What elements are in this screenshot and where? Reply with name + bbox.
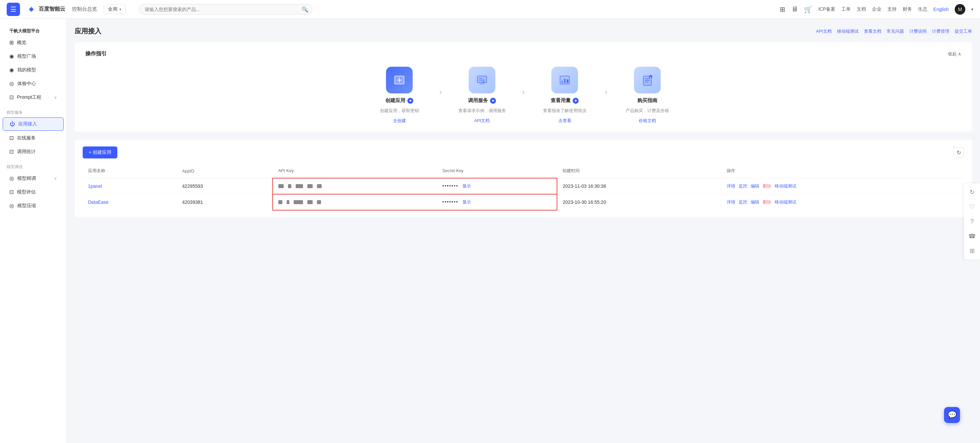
- edit-link-2[interactable]: 编辑: [751, 199, 759, 205]
- view-docs-link[interactable]: 查看文档: [864, 29, 881, 34]
- play-icon-3: [573, 98, 579, 104]
- finance-link[interactable]: 财务: [903, 6, 912, 12]
- app-access-label: 应用接入: [18, 121, 37, 127]
- icp-link[interactable]: ICP备案: [818, 6, 835, 12]
- step-purchase-desc: 产品购买，计费及价格: [626, 108, 669, 114]
- help-icon[interactable]: ?: [966, 215, 978, 228]
- chat-fab-icon: 💬: [948, 411, 957, 419]
- fine-tuning-arrow-icon: ∨: [54, 176, 57, 181]
- refresh-button[interactable]: ↻: [953, 147, 964, 158]
- sidebar-item-model-eval[interactable]: ⊡ 模型评估: [3, 185, 64, 199]
- price-docs-link[interactable]: 价格文档: [639, 118, 656, 124]
- faq-link[interactable]: 常见问题: [887, 29, 904, 34]
- ecology-link[interactable]: 生态: [918, 6, 928, 12]
- experience-icon: ◎: [10, 80, 14, 87]
- sidebar-item-app-access[interactable]: ⏻ 应用接入: [3, 118, 64, 131]
- refresh-icon: ↻: [957, 150, 961, 156]
- refresh-sidebar-icon[interactable]: ↻: [966, 186, 978, 198]
- table-toolbar: + 创建应用 ↻: [83, 147, 964, 158]
- step-call-service-desc: 查看请求示例，调用服务: [458, 108, 506, 114]
- guide-step-purchase: $ 购买指南 产品购买，计费及价格 价格文档: [611, 67, 684, 124]
- guide-title: 操作指引: [85, 50, 107, 57]
- go-create-link[interactable]: 去创建: [393, 118, 406, 124]
- call-service-icon: [469, 67, 495, 93]
- detail-link-1[interactable]: 详情: [727, 183, 735, 189]
- sidebar: 千帆大模型平台 ⊞ 概览 ◉ 模型广场 ◉ 我的模型 ◎ 体验中心 ⊡ Prom…: [0, 19, 67, 443]
- monitor-link-1[interactable]: 监控: [739, 183, 747, 189]
- play-icon-2: [490, 98, 496, 104]
- sidebar-item-fine-tuning[interactable]: ◎ 模型精调 ∨: [3, 172, 64, 185]
- scope-selector[interactable]: 全局 ▾: [103, 5, 126, 14]
- sidebar-item-experience[interactable]: ◎ 体验中心: [3, 77, 64, 90]
- sidebar-item-online-service[interactable]: ⊡ 在线服务: [3, 131, 64, 145]
- fine-tuning-label: 模型精调: [18, 175, 36, 182]
- appid-cell-1: 42295593: [177, 178, 273, 194]
- ticket-link[interactable]: 工单: [842, 6, 851, 12]
- svg-rect-12: [567, 80, 568, 83]
- language-switch[interactable]: English: [933, 7, 949, 12]
- mobile-test-link[interactable]: 移动端测试: [837, 29, 859, 34]
- docs-link[interactable]: 文档: [857, 6, 866, 12]
- sidebar-item-model-square[interactable]: ◉ 模型广场: [3, 50, 64, 63]
- key-block: [287, 200, 290, 204]
- svg-point-1: [30, 8, 33, 11]
- api-key-cell-1: [273, 178, 437, 194]
- favorite-icon[interactable]: ♡: [966, 201, 978, 213]
- table-section: + 创建应用 ↻ 应用名称 AppID API Key Secret: [75, 140, 972, 217]
- guide-header: 操作指引 收起 ∧: [85, 50, 961, 57]
- mobile-test-link-2[interactable]: 移动端测试: [775, 199, 796, 205]
- sidebar-item-my-model[interactable]: ◉ 我的模型: [3, 64, 64, 76]
- search-input[interactable]: [139, 4, 312, 15]
- billing-info-link[interactable]: 计费说明: [909, 29, 927, 34]
- apps-table: 应用名称 AppID API Key Secret Key 创建时间 操作: [83, 164, 964, 210]
- secret-key-cell-2: ••••••• 显示: [437, 194, 557, 210]
- mobile-test-link-1[interactable]: 移动端测试: [775, 183, 796, 189]
- guide-step-create-app: 创建应用 创建应用，获取密钥 去创建: [363, 67, 436, 124]
- col-secret-key: Secret Key: [437, 164, 557, 178]
- delete-link-1[interactable]: 删除: [763, 183, 772, 189]
- monitor-icon[interactable]: 🖥: [791, 5, 798, 13]
- table-body: 1panel 42295593: [83, 178, 964, 210]
- apps-grid-icon[interactable]: ⊞: [780, 5, 785, 13]
- create-app-btn-label: + 创建应用: [89, 150, 111, 155]
- create-app-button[interactable]: + 创建应用: [83, 147, 117, 158]
- app-name-link-dataease[interactable]: DataEase: [88, 199, 108, 205]
- model-eval-label: 模型评估: [17, 189, 36, 195]
- edit-link-1[interactable]: 编辑: [751, 183, 759, 189]
- billing-mgmt-link[interactable]: 计费管理: [932, 29, 949, 34]
- chat-fab-button[interactable]: 💬: [944, 407, 960, 423]
- go-view-link[interactable]: 去查看: [558, 118, 571, 124]
- user-dropdown-icon[interactable]: ▾: [971, 7, 973, 12]
- sidebar-item-prompt[interactable]: ⊡ Prompt工程 ∨: [3, 91, 64, 104]
- cart-icon[interactable]: 🛒: [804, 5, 812, 13]
- grid-icon[interactable]: ⊞: [966, 245, 978, 257]
- enterprise-link[interactable]: 企业: [872, 6, 881, 12]
- table-wrapper: 应用名称 AppID API Key Secret Key 创建时间 操作: [83, 164, 964, 210]
- my-model-icon: ◉: [10, 67, 14, 73]
- show-secret-btn-1[interactable]: 显示: [462, 183, 471, 188]
- show-secret-btn-2[interactable]: 显示: [462, 199, 471, 204]
- guide-collapse-button[interactable]: 收起 ∧: [948, 51, 961, 57]
- submit-ticket-link[interactable]: 提交工单: [955, 29, 972, 34]
- avatar-letter: M: [958, 7, 962, 12]
- user-avatar[interactable]: M: [955, 4, 965, 15]
- app-name-link-1panel[interactable]: 1panel: [88, 183, 102, 189]
- phone-icon[interactable]: ☎: [966, 230, 978, 242]
- detail-link-2[interactable]: 详情: [727, 199, 735, 205]
- sidebar-item-overview[interactable]: ⊞ 概览: [3, 36, 64, 49]
- monitor-link-2[interactable]: 监控: [739, 199, 747, 205]
- sidebar-item-call-stats[interactable]: ⊡ 调用统计: [3, 145, 64, 158]
- svg-rect-8: [480, 83, 484, 84]
- app-name-cell-2: DataEase: [83, 194, 177, 210]
- logo-text: 百度智能云: [39, 6, 65, 13]
- prompt-icon: ⊡: [10, 94, 14, 100]
- svg-rect-10: [562, 81, 563, 83]
- sidebar-item-model-compress[interactable]: ◎ 模型压缩: [3, 199, 64, 212]
- api-docs-link[interactable]: API文档: [816, 29, 832, 34]
- support-link[interactable]: 支持: [887, 6, 897, 12]
- api-docs-step-link[interactable]: API文档: [474, 118, 490, 124]
- menu-button[interactable]: ☰: [7, 3, 20, 16]
- page-title: 应用接入: [75, 27, 101, 36]
- guide-step-view-usage: 查看用量 查看报表了解使用情况 去查看: [528, 67, 601, 124]
- delete-link-2[interactable]: 删除: [763, 199, 772, 205]
